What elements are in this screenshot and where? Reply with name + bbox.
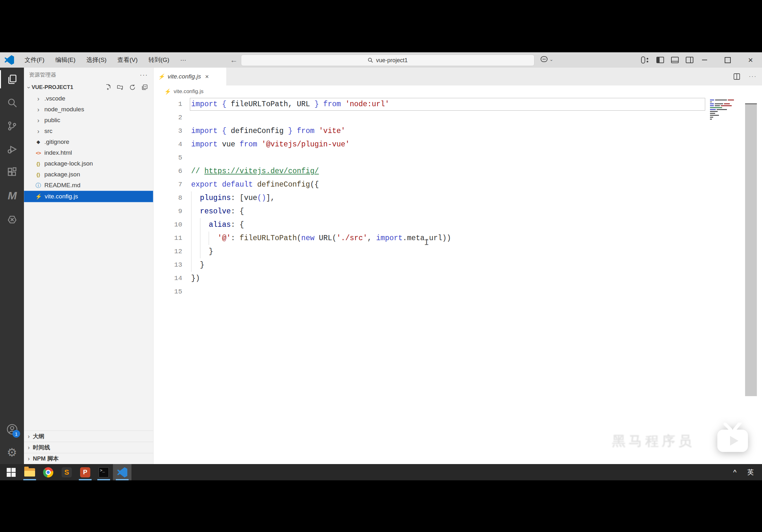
git-icon: ◆: [34, 139, 43, 145]
info-icon: ⓘ: [34, 182, 43, 189]
taskbar-chrome[interactable]: [39, 464, 57, 480]
tree-item-src[interactable]: ›src: [24, 126, 153, 137]
vscode-logo-icon: [4, 55, 14, 65]
tree-item-index.html[interactable]: <>index.html: [24, 147, 153, 158]
source-control-icon[interactable]: [0, 114, 24, 137]
tree-item-.vscode[interactable]: ›.vscode: [24, 93, 153, 104]
toggle-panel-icon[interactable]: [671, 56, 679, 64]
file-name: .vscode: [44, 95, 65, 102]
explorer-icon[interactable]: [0, 68, 24, 91]
code-line-9[interactable]: 9 resolve: {: [153, 205, 762, 218]
code-line-7[interactable]: 7export default defineConfig({: [153, 178, 762, 191]
code-line-11[interactable]: 11 '@': fileURLToPath(new URL('./src', i…: [153, 232, 762, 245]
line-content: resolve: {: [191, 205, 244, 218]
taskbar-vscode[interactable]: [113, 464, 131, 480]
code-line-13[interactable]: 13 }: [153, 258, 762, 272]
ime-indicator[interactable]: 英: [747, 468, 754, 477]
code-line-10[interactable]: 10 alias: {: [153, 218, 762, 232]
tree-item-README.md[interactable]: ⓘREADME.md: [24, 180, 153, 191]
file-name: public: [44, 117, 60, 124]
collapse-all-icon[interactable]: [141, 84, 148, 91]
chrome-icon: [43, 467, 53, 478]
folder-icon: ›: [34, 117, 43, 124]
tree-item-.gitignore[interactable]: ◆.gitignore: [24, 137, 153, 147]
watermark-text: 黑马程序员: [612, 432, 695, 450]
json-icon: {}: [34, 172, 43, 177]
sidebar-more-icon[interactable]: ···: [140, 71, 148, 79]
activity-bar: M 1 ⚙: [0, 68, 24, 464]
folder-icon: ›: [34, 95, 43, 102]
taskbar-cmd[interactable]: >_: [95, 464, 113, 480]
editor-group: ⚡ vite.config.js × ··· ⚡ vite.config.js …: [153, 68, 762, 464]
toggle-secondary-sidebar-icon[interactable]: [685, 56, 694, 64]
tree-item-package.json[interactable]: {}package.json: [24, 169, 153, 180]
line-content: import { defineConfig } from 'vite': [191, 124, 345, 138]
code-line-12[interactable]: 12 }: [153, 245, 762, 258]
code-line-15[interactable]: 15: [153, 285, 762, 299]
menu-goto[interactable]: 转到(G): [143, 52, 175, 68]
section-npm-scripts[interactable]: ›NPM 脚本: [24, 453, 153, 464]
menu-more[interactable]: ···: [175, 52, 192, 68]
code-editor[interactable]: 1import { fileURLToPath, URL } from 'nod…: [153, 98, 762, 464]
editor-more-icon[interactable]: ···: [749, 74, 757, 79]
nav-back-icon[interactable]: ←: [230, 55, 238, 64]
extensions-icon[interactable]: [0, 161, 24, 184]
code-line-14[interactable]: 14}): [153, 272, 762, 285]
tree-item-public[interactable]: ›public: [24, 115, 153, 126]
new-file-icon[interactable]: [105, 84, 112, 91]
taskbar-file-explorer[interactable]: [21, 464, 39, 480]
maximize-button[interactable]: [716, 52, 739, 68]
toggle-sidebar-icon[interactable]: [656, 56, 664, 64]
taskbar-powerpoint[interactable]: P: [76, 464, 95, 480]
windows-taskbar: S P >_ ^ 英: [0, 464, 762, 480]
code-line-4[interactable]: 4import vue from '@vitejs/plugin-vue': [153, 138, 762, 151]
section-outline[interactable]: ›大纲: [24, 431, 153, 442]
menu-file[interactable]: 文件(F): [19, 52, 50, 68]
tree-item-node_modules[interactable]: ›node_modules: [24, 104, 153, 115]
split-editor-icon[interactable]: [733, 73, 741, 80]
refresh-icon[interactable]: [129, 84, 136, 91]
close-button[interactable]: ×: [739, 52, 762, 68]
taskbar-sublime[interactable]: S: [57, 464, 76, 480]
breadcrumb[interactable]: ⚡ vite.config.js: [153, 86, 762, 98]
customize-layout-icon[interactable]: [641, 56, 650, 64]
editor-scrollbar[interactable]: [745, 103, 757, 396]
line-number: 15: [153, 285, 191, 299]
run-debug-icon[interactable]: [0, 137, 24, 161]
tab-vite-config[interactable]: ⚡ vite.config.js ×: [153, 68, 226, 86]
bilibili-tv-icon: [714, 423, 751, 453]
file-name: .gitignore: [44, 138, 69, 146]
code-line-1[interactable]: 1import { fileURLToPath, URL } from 'nod…: [153, 98, 762, 111]
code-line-2[interactable]: 2: [153, 111, 762, 124]
code-line-3[interactable]: 3import { defineConfig } from 'vite': [153, 124, 762, 138]
vite-icon: ⚡: [34, 193, 43, 200]
tree-item-package-lock.json[interactable]: {}package-lock.json: [24, 158, 153, 169]
menu-edit[interactable]: 编辑(E): [50, 52, 81, 68]
minimize-button[interactable]: [693, 52, 716, 68]
tree-item-vite.config.js[interactable]: ⚡vite.config.js: [24, 191, 153, 202]
account-icon[interactable]: 1: [0, 418, 24, 441]
html-icon: <>: [34, 150, 43, 156]
line-content: }: [191, 245, 213, 258]
menu-view[interactable]: 查看(V): [112, 52, 143, 68]
tray-chevron-icon[interactable]: ^: [733, 468, 736, 477]
project-root[interactable]: › VUE-PROJECT1: [24, 82, 153, 93]
menu-selection[interactable]: 选择(S): [81, 52, 112, 68]
line-number: 5: [153, 151, 191, 165]
letterbox-top: [0, 0, 762, 52]
start-button[interactable]: [2, 464, 21, 480]
code-line-5[interactable]: 5: [153, 151, 762, 165]
settings-gear-icon[interactable]: ⚙: [0, 441, 24, 464]
copilot-menu[interactable]: ⌄: [540, 55, 553, 63]
code-line-6[interactable]: 6// https://vitejs.dev/config/: [153, 165, 762, 178]
tab-close-icon[interactable]: ×: [205, 73, 209, 80]
code-line-8[interactable]: 8 plugins: [vue()],: [153, 191, 762, 205]
search-icon[interactable]: [0, 91, 24, 114]
m-extension-icon[interactable]: M: [0, 184, 24, 207]
plugin-extension-icon[interactable]: [0, 207, 24, 231]
new-folder-icon[interactable]: [117, 84, 124, 91]
command-search-input[interactable]: vue-project1: [241, 54, 534, 66]
section-timeline[interactable]: ›时间线: [24, 442, 153, 453]
minimap[interactable]: [710, 100, 734, 120]
search-value: vue-project1: [376, 57, 408, 64]
